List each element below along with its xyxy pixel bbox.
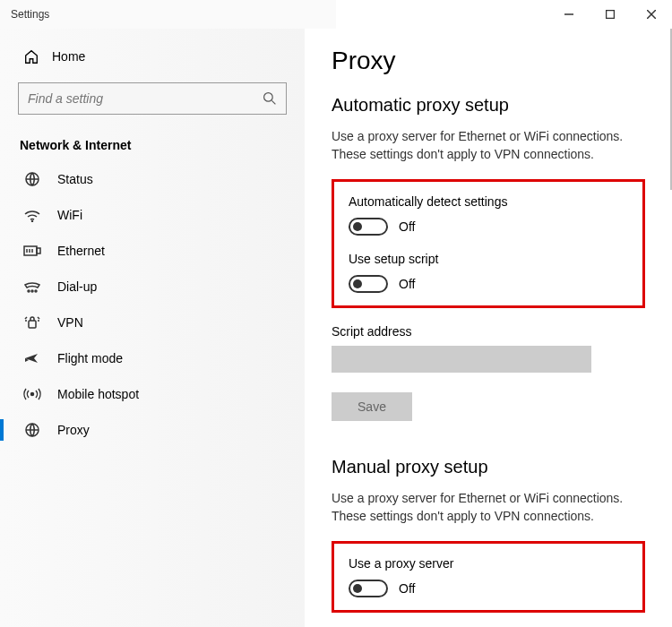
svg-point-7 [32,221,33,222]
use-script-toggle[interactable] [349,275,388,293]
maximize-button[interactable] [590,0,631,29]
use-proxy-label: Use a proxy server [349,556,628,571]
wifi-icon [23,208,41,222]
close-button[interactable] [631,0,672,29]
svg-point-17 [31,393,34,396]
home-label: Home [52,49,85,64]
auto-detect-toggle-row: Off [349,218,628,236]
use-script-state: Off [399,277,415,291]
auto-section-desc: Use a proxy server for Ethernet or WiFi … [332,128,645,163]
window-title: Settings [11,8,548,21]
use-script-label: Use setup script [349,252,628,266]
use-script-toggle-row: Off [349,275,628,293]
sidebar-item-label: Dial-up [57,279,97,294]
sidebar-item-ethernet[interactable]: Ethernet [18,233,287,269]
dialup-icon [23,279,41,294]
sidebar-item-label: Ethernet [57,244,105,258]
hotspot-icon [23,387,41,401]
vpn-icon [23,315,41,330]
script-address-input[interactable] [332,346,591,373]
sidebar-item-proxy[interactable]: Proxy [18,412,287,448]
script-address-label: Script address [332,324,645,339]
use-proxy-toggle-row: Off [349,580,628,597]
svg-rect-9 [37,248,40,253]
svg-line-5 [271,100,275,104]
search-input[interactable] [28,91,263,106]
ethernet-icon [23,244,41,258]
sidebar-item-label: VPN [57,315,83,330]
search-icon [263,91,277,106]
manual-highlight-box: Use a proxy server Off [332,541,645,613]
svg-point-13 [28,290,30,292]
airplane-icon [23,351,41,365]
nav-list: Status WiFi Ethernet Dial-up VPN Flight … [18,161,287,448]
content-area: Proxy Automatic proxy setup Use a proxy … [305,29,672,627]
svg-point-14 [31,290,33,292]
manual-section-heading: Manual proxy setup [332,457,645,477]
sidebar-item-label: Flight mode [57,351,123,365]
svg-rect-1 [607,11,615,19]
sidebar-item-status[interactable]: Status [18,161,287,197]
manual-section-desc: Use a proxy server for Ethernet or WiFi … [332,490,645,525]
save-button[interactable]: Save [332,392,412,421]
auto-highlight-box: Automatically detect settings Off Use se… [332,179,645,308]
sidebar-item-label: Proxy [57,423,90,437]
category-heading: Network & Internet [18,138,287,152]
svg-point-15 [35,290,37,292]
svg-point-4 [264,93,273,102]
sidebar-item-label: WiFi [57,208,82,222]
home-button[interactable]: Home [18,38,287,75]
status-icon [23,172,41,186]
window-controls [548,0,672,29]
search-box[interactable] [18,82,287,115]
sidebar-item-wifi[interactable]: WiFi [18,197,287,233]
auto-detect-toggle[interactable] [349,218,388,236]
use-proxy-state: Off [399,581,415,596]
sidebar-item-label: Status [57,172,93,186]
sidebar-item-label: Mobile hotspot [57,387,139,401]
svg-rect-16 [29,321,36,328]
svg-rect-8 [24,246,37,255]
home-icon [23,48,39,64]
sidebar: Home Network & Internet Status WiFi Ethe… [0,29,305,627]
sidebar-item-dialup[interactable]: Dial-up [18,269,287,305]
use-proxy-toggle[interactable] [349,580,388,597]
minimize-button[interactable] [548,0,590,29]
auto-detect-state: Off [399,219,415,234]
sidebar-item-hotspot[interactable]: Mobile hotspot [18,376,287,412]
globe-icon [23,423,41,437]
sidebar-item-flightmode[interactable]: Flight mode [18,340,287,376]
sidebar-item-vpn[interactable]: VPN [18,305,287,340]
auto-section-heading: Automatic proxy setup [332,95,645,116]
titlebar: Settings [0,0,672,29]
auto-detect-label: Automatically detect settings [349,194,628,209]
page-title: Proxy [332,47,645,75]
